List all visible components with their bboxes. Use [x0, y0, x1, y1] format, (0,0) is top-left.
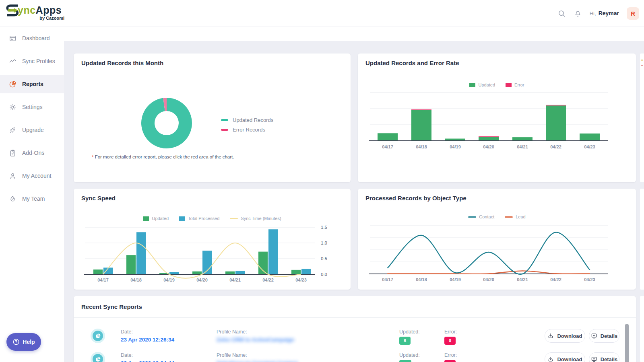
legend-item-error[interactable]: Error: [506, 82, 524, 87]
sync-profiles-icon: [9, 58, 17, 65]
legend-label: Error: [514, 82, 524, 87]
legend-label: Sync Time (Minutes): [241, 216, 281, 221]
date-label: Date:: [121, 329, 174, 335]
legend-item-lead[interactable]: Lead: [505, 214, 525, 219]
settings-gear-icon: [9, 103, 17, 111]
syncapps-logo[interactable]: yncApps by Cazoomi: [6, 3, 66, 21]
details-button[interactable]: Details: [589, 329, 619, 343]
legend-label: Error Records: [233, 127, 265, 133]
legend-item-updated[interactable]: Updated: [143, 216, 169, 221]
notifications-bell-icon[interactable]: [574, 9, 582, 18]
sidebar-item-my-account[interactable]: My Account: [0, 167, 64, 185]
legend-label: Total Processed: [188, 216, 219, 221]
svg-text:04/20: 04/20: [196, 278, 208, 282]
help-button[interactable]: Help: [6, 333, 41, 351]
avatar[interactable]: R: [627, 7, 639, 20]
legend-label: Updated Records: [233, 117, 273, 123]
card-updated-records-month: Updated Records this Month Updated Recor…: [74, 53, 351, 182]
legend-item-total-processed[interactable]: Total Processed: [179, 216, 219, 221]
addons-clipboard-icon: [9, 149, 17, 157]
legend-label: Lead: [516, 214, 525, 219]
svg-text:04/23: 04/23: [584, 144, 595, 149]
profile-name-blurred[interactable]: Salesforce to Constant Contact: [217, 360, 297, 362]
sync-report-pie-icon: [91, 352, 105, 362]
greeting-text: Hi,: [590, 10, 596, 16]
legend-item-contact[interactable]: Contact: [468, 214, 494, 219]
page: yncApps by Cazoomi Hi, Reymar R: [0, 0, 644, 362]
updated-label: Updated:: [399, 329, 420, 335]
legend-item-updated-records[interactable]: Updated Records: [221, 117, 273, 123]
download-button[interactable]: Download: [545, 329, 585, 343]
updated-count-badge: 8: [399, 337, 411, 345]
error-report-footnote: * For more detailed error report, please…: [92, 154, 234, 159]
row-divider-dashed: [87, 347, 620, 347]
updated-count-badge: 27: [399, 360, 411, 362]
updated-label: Updated:: [399, 352, 420, 358]
divider: [74, 317, 636, 318]
sync-speed-chart[interactable]: 1.51.00.50.004/1704/1804/1904/2004/2104/…: [74, 189, 351, 290]
svg-text:04/20: 04/20: [483, 144, 494, 149]
download-button[interactable]: Download: [545, 352, 585, 362]
donut-chart[interactable]: [74, 53, 351, 182]
profile-name-label: Profile Name:: [217, 352, 297, 358]
sidebar-item-reports[interactable]: Reports: [0, 75, 64, 93]
legend-swatch: [179, 216, 185, 221]
svg-text:04/21: 04/21: [229, 278, 241, 282]
card-sync-speed: Sync Speed UpdatedTotal ProcessedSync Ti…: [74, 189, 351, 290]
download-icon: [547, 356, 554, 362]
details-button[interactable]: Details: [589, 352, 619, 362]
svg-text:04/17: 04/17: [382, 277, 393, 282]
username[interactable]: Reymar: [599, 10, 619, 16]
svg-text:04/18: 04/18: [130, 278, 142, 282]
card-scrollbar-thumb[interactable]: [625, 324, 629, 362]
offscreen-legend-mark: [641, 65, 643, 66]
sidebar: Dashboard Sync Profiles Reports Settings…: [0, 27, 64, 362]
dashboard-icon: [9, 35, 17, 42]
report-date-link[interactable]: 22 Apr 2020 12:24:44: [121, 360, 174, 362]
svg-text:04/21: 04/21: [517, 277, 528, 282]
legend-item-sync-time-minutes-[interactable]: Sync Time (Minutes): [230, 216, 281, 221]
legend-swatch: [143, 216, 149, 221]
legend-swatch: [506, 83, 512, 87]
legend-swatch: [221, 119, 228, 121]
legend-swatch: [505, 216, 513, 218]
sync-report-row: Date: 22 Apr 2020 12:24:44 Profile Name:…: [74, 349, 625, 362]
svg-text:0.5: 0.5: [321, 256, 327, 261]
object-type-line-chart[interactable]: 04/1704/1804/1904/2004/2104/2204/23: [358, 189, 636, 290]
offscreen-card-sliver: [640, 296, 644, 362]
top-header: yncApps by Cazoomi Hi, Reymar R: [0, 0, 644, 27]
card-title: Recent Sync Reports: [81, 303, 142, 310]
offscreen-card-sliver: [640, 189, 644, 290]
legend-item-updated[interactable]: Updated: [469, 82, 495, 87]
svg-text:0.0: 0.0: [321, 272, 327, 277]
logo-wordmark: yncApps: [18, 4, 62, 16]
svg-text:04/19: 04/19: [163, 278, 175, 282]
report-date-link[interactable]: 23 Apr 2020 12:26:34: [121, 337, 174, 343]
card-object-type: Processed Records by Object Type Contact…: [358, 189, 636, 290]
profile-name-blurred[interactable]: Zoho CRM to ActiveCampaign: [217, 337, 294, 343]
chart-legend: UpdatedError: [358, 82, 636, 87]
legend-item-error-records[interactable]: Error Records: [221, 127, 273, 133]
sidebar-item-sync-profiles[interactable]: Sync Profiles: [0, 52, 64, 70]
details-monitor-icon: [591, 333, 597, 339]
download-icon: [547, 333, 554, 339]
sidebar-item-upgrade[interactable]: Upgrade: [0, 121, 64, 139]
sidebar-item-add-ons[interactable]: Add-Ons: [0, 144, 64, 162]
sidebar-item-my-team[interactable]: My Team: [0, 189, 64, 208]
legend-swatch: [230, 218, 238, 219]
chart-legend: UpdatedTotal ProcessedSync Time (Minutes…: [74, 216, 351, 221]
sidebar-item-dashboard[interactable]: Dashboard: [0, 29, 64, 47]
svg-text:04/18: 04/18: [416, 277, 427, 282]
svg-text:04/17: 04/17: [97, 278, 109, 282]
svg-text:04/22: 04/22: [550, 277, 561, 282]
svg-text:04/23: 04/23: [295, 278, 307, 282]
offscreen-card-sliver: [640, 53, 644, 182]
card-recent-sync-reports: Recent Sync Reports Date: 23 Apr 2020 12…: [74, 296, 636, 362]
sync-report-pie-icon: [91, 329, 105, 343]
my-team-icon: [9, 195, 17, 203]
error-label: Error:: [444, 329, 457, 335]
updated-error-bar-chart[interactable]: 04/1704/1804/1904/2004/2104/2204/23: [358, 53, 636, 182]
sidebar-item-settings[interactable]: Settings: [0, 98, 64, 116]
search-icon[interactable]: [557, 9, 566, 18]
svg-text:04/20: 04/20: [483, 277, 494, 282]
